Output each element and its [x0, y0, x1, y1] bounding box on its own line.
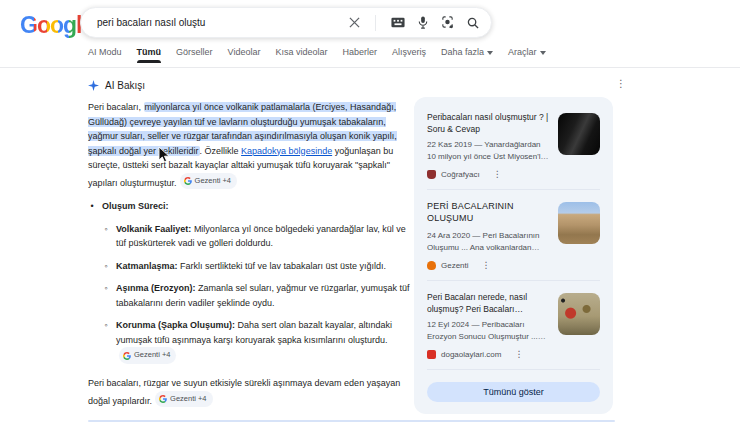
google-g-icon: [123, 352, 131, 360]
intro-pre: Peri bacaları,: [88, 102, 144, 112]
search-icon[interactable]: [467, 17, 479, 29]
result-title[interactable]: Peri Bacaları nerede, nasıl oluşmuş? Per…: [427, 291, 550, 315]
list-item: ◦ Volkanik Faaliyet: Milyonlarca yıl önc…: [102, 222, 410, 251]
source-chip[interactable]: Gezenti +4: [180, 173, 237, 190]
list-item: ◦ Aşınma (Erozyon): Zamanla sel suları, …: [102, 281, 410, 310]
list-term: Korunma (Şapka Oluşumu):: [116, 320, 235, 330]
list-title: Oluşum Süreci:: [102, 201, 169, 211]
list-term: Aşınma (Erozyon):: [116, 283, 196, 293]
ai-overview-outro: Peri bacaları, rüzgar ve suyun etkisiyle…: [88, 376, 410, 408]
search-result-tabs: AI Modu Tümü Görseller Videolar Kısa vid…: [88, 47, 546, 63]
tab-videolar[interactable]: Videolar: [228, 47, 261, 63]
tab-kisa-videolar[interactable]: Kısa videolar: [275, 47, 327, 63]
tab-gorseller[interactable]: Görseller: [176, 47, 213, 63]
related-results-panel: Peribacaları nasıl oluşmuştur ? | Soru &…: [414, 97, 613, 414]
clear-search-icon[interactable]: [349, 17, 360, 28]
list-item: ◦ Katmanlaşma: Farklı sertlikteki tüf ve…: [102, 259, 410, 274]
ai-overview-title: AI Bakışı: [105, 80, 145, 91]
header-divider: [0, 67, 740, 68]
google-lens-icon[interactable]: [441, 16, 454, 29]
more-options-icon[interactable]: ⋮: [514, 349, 523, 359]
site-favicon: [427, 350, 436, 359]
show-all-button[interactable]: Tümünü göster: [427, 382, 600, 402]
ai-overview-header: AI Bakışı: [88, 80, 410, 91]
keyboard-icon[interactable]: [391, 17, 405, 28]
result-thumbnail[interactable]: [558, 113, 600, 155]
more-options-icon[interactable]: ⋮: [616, 79, 626, 89]
source-chip[interactable]: Gezenti +4: [119, 347, 176, 364]
result-source: dogaolaylari.com: [441, 350, 501, 359]
more-options-icon[interactable]: ⋮: [482, 260, 491, 270]
list-item: • Oluşum Süreci:: [88, 199, 410, 214]
result-snippet: 24 Ara 2020 — Peri Bacalarının Oluşumu .…: [427, 230, 550, 253]
tab-daha-fazla[interactable]: Daha fazla: [441, 47, 493, 63]
bullet-marker: •: [88, 199, 96, 214]
source-chip-label: Gezenti +4: [195, 174, 231, 189]
tab-tumu[interactable]: Tümü: [137, 47, 162, 63]
result-title[interactable]: PERİ BACALARININ OLUŞUMU: [427, 200, 550, 224]
tab-haberler[interactable]: Haberler: [342, 47, 377, 63]
ai-overview-intro: Peri bacaları, milyonlarca yıl önce volk…: [88, 100, 410, 190]
result-card[interactable]: Peri Bacaları nerede, nasıl oluşmuş? Per…: [427, 281, 600, 370]
result-card[interactable]: PERİ BACALARININ OLUŞUMU 24 Ara 2020 — P…: [427, 190, 600, 281]
site-favicon: [427, 170, 436, 179]
result-thumbnail[interactable]: [558, 293, 600, 335]
google-g-icon: [159, 395, 167, 403]
bullet-marker: ◦: [102, 281, 110, 310]
divider: [375, 15, 376, 31]
result-thumbnail[interactable]: [558, 202, 600, 244]
microphone-icon[interactable]: [418, 16, 428, 29]
ai-sparkle-icon: [88, 80, 99, 91]
more-options-icon[interactable]: ⋮: [493, 169, 502, 179]
ai-overview-panel: AI Bakışı Peri bacaları, milyonlarca yıl…: [88, 80, 410, 430]
result-snippet: 12 Eyl 2024 — Peribacaları Erozyon Sonuc…: [427, 319, 550, 342]
intro-mid: . Özellikle: [200, 146, 242, 156]
source-chip[interactable]: Gezenti +4: [155, 391, 212, 408]
section-divider: [88, 420, 615, 422]
result-title[interactable]: Peribacaları nasıl oluşmuştur ? | Soru &…: [427, 111, 550, 135]
result-card[interactable]: Peribacaları nasıl oluşmuştur ? | Soru &…: [427, 101, 600, 190]
bullet-marker: ◦: [102, 222, 110, 251]
result-source: Coğrafyacı: [441, 170, 480, 179]
list-text: Farklı sertlikteki tüf ve lav tabakaları…: [178, 261, 387, 271]
search-input[interactable]: peri bacaları nasıl oluştu: [97, 17, 349, 28]
result-source: Gezenti: [441, 261, 469, 270]
list-term: Volkanik Faaliyet:: [116, 224, 191, 234]
tab-ai-modu[interactable]: AI Modu: [88, 47, 122, 63]
chevron-down-icon: [487, 51, 493, 55]
result-snippet: 22 Kas 2019 — Yanardağlardan 10 milyon y…: [427, 139, 550, 162]
bullet-marker: ◦: [102, 259, 110, 274]
kapadokya-link[interactable]: Kapadokya bölgesinde: [241, 146, 332, 156]
list-item: ◦ Korunma (Şapka Oluşumu): Daha sert ola…: [102, 318, 410, 365]
search-box[interactable]: peri bacaları nasıl oluştu: [80, 7, 492, 38]
source-chip-label: Gezenti +4: [134, 348, 170, 363]
google-g-icon: [184, 177, 192, 185]
chevron-down-icon: [540, 51, 546, 55]
source-chip-label: Gezenti +4: [170, 392, 206, 407]
formation-steps-list: • Oluşum Süreci: ◦ Volkanik Faaliyet: Mi…: [88, 199, 410, 365]
tab-alisveris[interactable]: Alışveriş: [392, 47, 426, 63]
bullet-marker: ◦: [102, 318, 110, 365]
tab-araclar[interactable]: Araçlar: [508, 47, 546, 63]
outro-text: Peri bacaları, rüzgar ve suyun etkisiyle…: [88, 378, 400, 406]
list-term: Katmanlaşma:: [116, 261, 178, 271]
site-favicon: [427, 261, 436, 270]
